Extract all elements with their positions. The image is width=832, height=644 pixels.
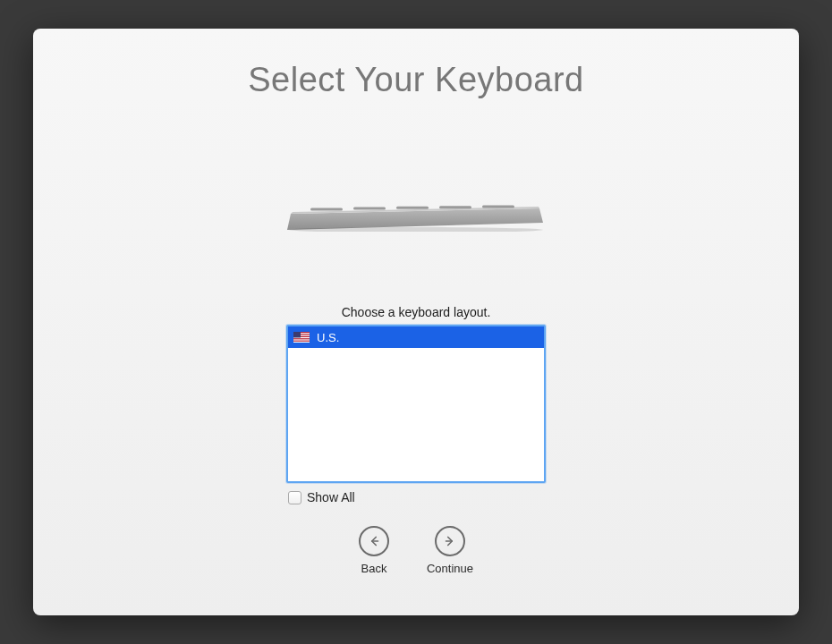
svg-rect-5 xyxy=(439,206,471,208)
layout-option-us[interactable]: U.S. xyxy=(288,326,544,348)
page-title: Select Your Keyboard xyxy=(248,61,584,99)
continue-label: Continue xyxy=(427,562,473,575)
svg-rect-13 xyxy=(293,341,310,342)
continue-button[interactable]: Continue xyxy=(427,526,473,575)
prompt-text: Choose a keyboard layout. xyxy=(342,305,491,319)
svg-rect-2 xyxy=(310,208,343,211)
arrow-left-icon xyxy=(359,526,389,556)
layout-option-label: U.S. xyxy=(317,331,339,344)
show-all-label[interactable]: Show All xyxy=(307,490,355,504)
svg-rect-4 xyxy=(396,207,429,209)
keyboard-illustration xyxy=(282,189,550,232)
back-label: Back xyxy=(361,562,387,575)
svg-rect-3 xyxy=(353,208,386,210)
nav-buttons: Back Continue xyxy=(359,526,473,575)
svg-rect-6 xyxy=(482,206,514,208)
svg-rect-12 xyxy=(293,338,310,339)
show-all-checkbox[interactable] xyxy=(288,491,301,504)
back-button[interactable]: Back xyxy=(359,526,389,575)
flag-us-icon xyxy=(293,332,310,343)
svg-rect-14 xyxy=(293,332,301,338)
setup-panel: Select Your Keyboard Choose a keyboard l… xyxy=(33,29,799,615)
arrow-right-icon xyxy=(435,526,465,556)
keyboard-layout-list[interactable]: U.S. xyxy=(286,325,546,483)
show-all-row: Show All xyxy=(286,490,546,504)
